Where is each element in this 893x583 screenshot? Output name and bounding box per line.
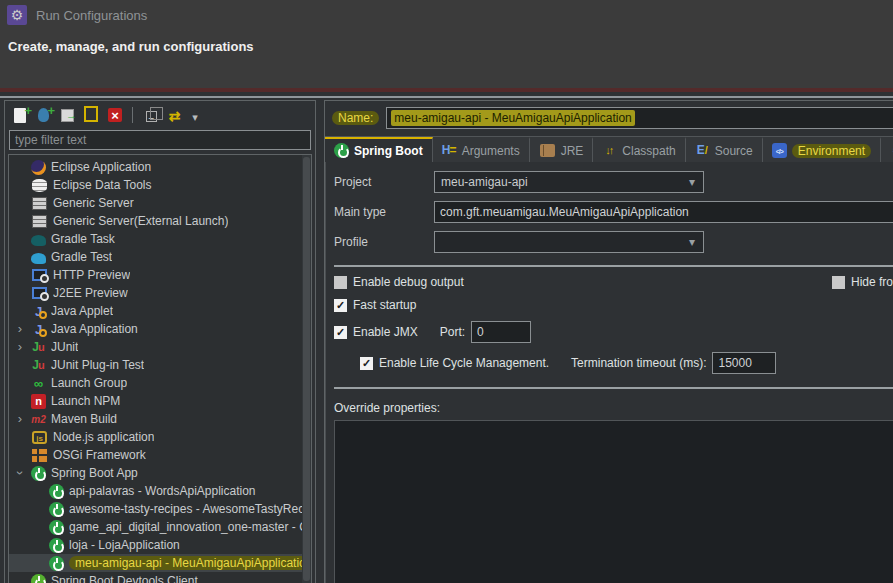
filter-configurations-icon[interactable]: [166, 107, 183, 124]
window-titlebar: Run Configurations: [0, 0, 893, 30]
tree-item[interactable]: JUnit Plug-in Test: [9, 356, 311, 374]
tree-scrollbar[interactable]: [302, 155, 311, 583]
tree-item[interactable]: Launch Group: [9, 374, 311, 392]
enable-jmx-checkbox[interactable]: [334, 326, 347, 339]
enable-debug-checkbox[interactable]: [334, 276, 347, 289]
spring-icon: [31, 466, 46, 481]
expander-expanded-icon[interactable]: [14, 467, 26, 479]
main-type-input[interactable]: [434, 201, 893, 223]
tree-item[interactable]: Eclipse Application: [9, 158, 311, 176]
node-icon: [32, 431, 47, 444]
project-value: meu-amigau-api: [441, 175, 683, 189]
tree-item[interactable]: JUnit: [9, 338, 311, 356]
tree-item-label: J2EE Preview: [53, 286, 128, 300]
tab-classpath[interactable]: Classpath: [593, 137, 685, 162]
tree-item[interactable]: Maven Build: [9, 410, 311, 428]
tree-item[interactable]: Java Applet: [9, 302, 311, 320]
tree-scrollbar-thumb[interactable]: [303, 157, 310, 581]
lifecycle-label: Enable Life Cycle Management.: [379, 356, 549, 370]
chevron-down-icon[interactable]: [683, 235, 701, 249]
enable-debug-row: Enable debug output Hide from: [334, 275, 893, 289]
tree-item[interactable]: J2EE Preview: [9, 284, 311, 302]
tree-item[interactable]: loja - LojaApplication: [9, 536, 311, 554]
fast-startup-checkbox[interactable]: [334, 299, 347, 312]
expander-collapsed-icon[interactable]: [14, 341, 26, 353]
profile-combo[interactable]: [434, 231, 704, 253]
tree-item[interactable]: Eclipse Data Tools: [9, 176, 311, 194]
tree-item[interactable]: Gradle Task: [9, 230, 311, 248]
tree-item-label: Java Application: [51, 322, 138, 336]
gradle-test-icon: [31, 253, 46, 264]
env-icon: [772, 143, 787, 158]
export-configurations-icon[interactable]: [61, 109, 74, 122]
junit-icon: [31, 358, 46, 373]
tree-item[interactable]: Launch NPM: [9, 392, 311, 410]
tree-item[interactable]: Java Application: [9, 320, 311, 338]
enable-jmx-label: Enable JMX: [353, 325, 418, 339]
spring-icon: [334, 143, 349, 158]
header-rule-light: [0, 96, 893, 98]
spring-icon: [49, 502, 64, 517]
hide-from-checkbox[interactable]: [832, 276, 845, 289]
port-input[interactable]: [471, 321, 531, 343]
delete-configuration-icon[interactable]: [108, 108, 122, 122]
toolbar-separator: [132, 107, 133, 123]
project-combo[interactable]: meu-amigau-api: [434, 171, 704, 193]
new-configuration-icon[interactable]: [14, 108, 26, 123]
termination-timeout-label: Termination timeout (ms):: [571, 356, 706, 370]
filter-input[interactable]: [9, 130, 311, 150]
tree-item[interactable]: Generic Server: [9, 194, 311, 212]
tree-item[interactable]: OSGi Framework: [9, 446, 311, 464]
tree-item[interactable]: Node.js application: [9, 428, 311, 446]
tree-item[interactable]: game_api_digital_innovation_one-master -…: [9, 518, 311, 536]
termination-timeout-input[interactable]: [712, 352, 776, 374]
dialog-subtitle: Create, manage, and run configurations: [8, 39, 885, 54]
tree-item[interactable]: Gradle Test: [9, 248, 311, 266]
tree-item[interactable]: Spring Boot App: [9, 464, 311, 482]
expander-collapsed-icon[interactable]: [14, 413, 26, 425]
java-icon: [31, 304, 46, 319]
lifecycle-checkbox[interactable]: [360, 357, 373, 370]
tree-item[interactable]: api-palavras - WordsApiApplication: [9, 482, 311, 500]
tree-item[interactable]: meu-amigau-api - MeuAmigauApiApplication: [9, 554, 311, 572]
tab-environment[interactable]: Environment: [763, 137, 881, 162]
tree-item[interactable]: HTTP Preview: [9, 266, 311, 284]
tree-item-label: Node.js application: [53, 430, 154, 444]
name-row: Name: meu-amigau-api - MeuAmigauApiAppli…: [332, 107, 893, 129]
new-prototype-icon[interactable]: [38, 108, 49, 122]
collapse-all-icon[interactable]: [146, 111, 157, 122]
spring-boot-tab-body: Project meu-amigau-api Main type Profile: [325, 162, 893, 583]
tree-item[interactable]: awesome-tasty-recipes - AwesomeTastyReci…: [9, 500, 311, 518]
classpath-icon: [602, 143, 617, 158]
section-separator: [334, 265, 893, 267]
chevron-down-icon[interactable]: [683, 175, 701, 189]
tab-jre[interactable]: JRE: [530, 137, 594, 162]
override-properties-table[interactable]: [334, 420, 893, 583]
tab-common[interactable]: Common: [881, 137, 893, 162]
tree-item-label: Generic Server: [53, 196, 134, 210]
header-rule-dark: [0, 88, 893, 92]
duplicate-configuration-icon[interactable]: [88, 110, 98, 122]
eclipse-icon: [31, 160, 46, 175]
source-icon: [695, 143, 710, 158]
tab-spring-boot[interactable]: Spring Boot: [325, 137, 433, 162]
tree-item-label: loja - LojaApplication: [69, 538, 180, 552]
tree-item-label: game_api_digital_innovation_one-master -…: [69, 520, 311, 534]
config-tree[interactable]: Eclipse ApplicationEclipse Data ToolsGen…: [8, 154, 312, 583]
tab-source[interactable]: Source: [686, 137, 763, 162]
name-input[interactable]: meu-amigau-api - MeuAmigauApiApplication: [386, 107, 893, 129]
port-label: Port:: [440, 325, 465, 339]
name-label: Name:: [332, 111, 379, 125]
spring-dev-icon: [31, 574, 46, 583]
tab-arguments[interactable]: Arguments: [433, 137, 530, 162]
main-type-row: Main type: [334, 201, 893, 223]
expander-collapsed-icon[interactable]: [14, 323, 26, 335]
tab-label: Classpath: [622, 144, 675, 158]
project-label: Project: [334, 175, 434, 189]
tree-item[interactable]: Generic Server(External Launch): [9, 212, 311, 230]
filter-menu-dropdown-icon[interactable]: [190, 107, 200, 124]
tree-item[interactable]: Spring Boot Devtools Client: [9, 572, 311, 583]
config-tabs: Spring BootArgumentsJREClasspathSourceEn…: [325, 136, 893, 162]
section-separator: [334, 387, 893, 389]
right-panel: Name: meu-amigau-api - MeuAmigauApiAppli…: [324, 100, 893, 583]
